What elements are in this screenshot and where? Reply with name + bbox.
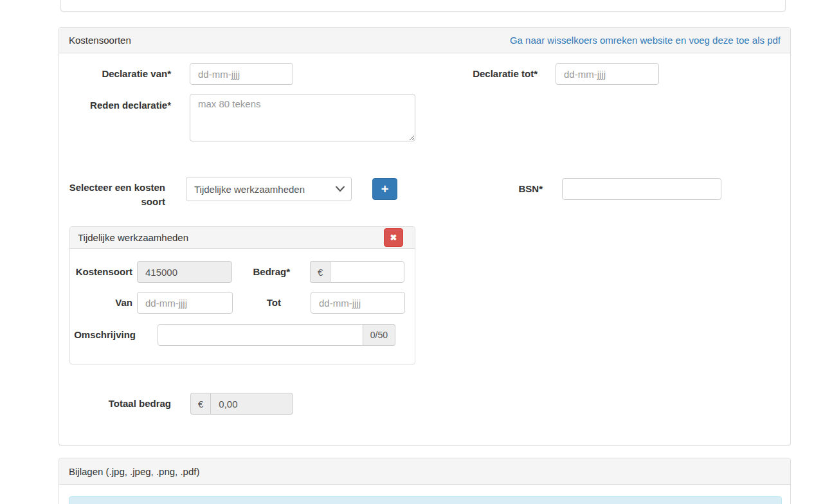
kostensoorten-panel: Kostensoorten Ga naar wisselkoers omreke…: [59, 27, 791, 446]
bsn-input[interactable]: [562, 178, 721, 200]
reden-declaratie-textarea[interactable]: [190, 94, 415, 141]
omschrijving-input-group: 0/50: [158, 324, 395, 346]
close-icon: ✖: [390, 233, 397, 242]
bijlagen-title: Bijlagen (.jpg, .jpeg, .png, .pdf): [69, 466, 199, 477]
declaratie-van-input[interactable]: [190, 63, 293, 85]
totaal-bedrag-group: €: [190, 393, 293, 415]
tot-label: Tot: [199, 292, 281, 314]
totaal-bedrag-label: Totaal bedrag: [59, 393, 171, 415]
kostensoort-select[interactable]: Tijdelijke werkzaamheden: [186, 177, 352, 201]
kostensoort-code-label: Kostensoort: [70, 261, 132, 283]
tot-input[interactable]: [311, 292, 405, 314]
char-counter: 0/50: [363, 324, 395, 346]
declaratie-tot-label: Declaratie tot*: [381, 63, 538, 85]
top-partial-panel: [60, 0, 786, 12]
omschrijving-label: Omschrijving: [70, 324, 136, 346]
plus-icon: +: [381, 182, 389, 197]
euro-prefix: €: [190, 393, 210, 415]
euro-prefix: €: [310, 261, 330, 283]
add-kostensoort-button[interactable]: +: [372, 178, 397, 200]
bijlagen-info-alert: [69, 496, 782, 504]
omschrijving-input[interactable]: [158, 324, 363, 346]
selecteer-kostensoort-label: Selecteer een kosten soort: [59, 181, 165, 209]
kostensoort-entry-title: Tijdelijke werkzaamheden: [78, 232, 188, 243]
kostensoorten-panel-heading: Kostensoorten Ga naar wisselkoers omreke…: [59, 28, 790, 53]
totaal-bedrag-input: [210, 393, 293, 415]
kostensoort-entry-heading: Tijdelijke werkzaamheden ✖: [70, 227, 415, 249]
page: Kostensoorten Ga naar wisselkoers omreke…: [0, 0, 823, 504]
remove-kostensoort-button[interactable]: ✖: [384, 228, 403, 247]
declaratie-tot-input[interactable]: [556, 63, 659, 85]
declaratie-van-label: Declaratie van*: [59, 63, 171, 85]
bijlagen-panel-heading: Bijlagen (.jpg, .jpeg, .png, .pdf): [59, 458, 790, 485]
bedrag-label: Bedrag*: [199, 261, 290, 283]
bedrag-input-group: €: [310, 261, 404, 283]
reden-declaratie-label: Reden declaratie*: [59, 98, 171, 113]
bijlagen-panel: Bijlagen (.jpg, .jpeg, .png, .pdf): [59, 458, 791, 504]
kostensoort-entry-panel: Tijdelijke werkzaamheden ✖ Kostensoort B…: [69, 226, 415, 364]
bedrag-input[interactable]: [330, 261, 404, 283]
van-label: Van: [70, 292, 132, 314]
panel-title: Kostensoorten: [69, 35, 131, 46]
wisselkoers-link[interactable]: Ga naar wisselkoers omreken website en v…: [510, 35, 781, 46]
bsn-label: BSN*: [445, 178, 543, 200]
kostensoort-select-wrap: Tijdelijke werkzaamheden: [186, 177, 352, 201]
